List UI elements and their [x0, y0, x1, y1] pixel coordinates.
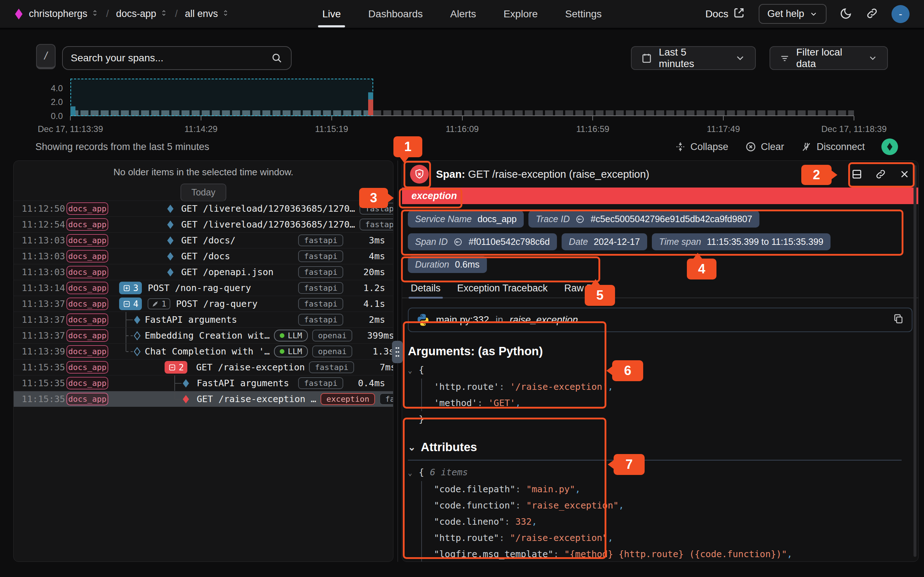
- exception-shield-icon: [410, 165, 429, 184]
- llm-dot-icon: [280, 333, 284, 338]
- table-row[interactable]: 11:13:39 docs_app Chat Completion with '…: [14, 343, 393, 359]
- tab-settings[interactable]: Settings: [565, 0, 602, 29]
- tab-alerts[interactable]: Alerts: [450, 0, 476, 29]
- top-nav: christophergs / docs-app / all envs: [0, 0, 924, 29]
- service-badge: docs_app: [66, 329, 108, 342]
- env-selector[interactable]: all envs: [185, 8, 229, 19]
- chevron-down-icon: [735, 52, 746, 64]
- table-row[interactable]: 11:13:03 docs_app GET /docs/ fastapi 3ms: [14, 232, 393, 248]
- chart-time-selection[interactable]: [70, 79, 373, 116]
- attributes-heading[interactable]: ⌄Attributes: [408, 440, 913, 454]
- chevron-down-icon: [868, 52, 878, 64]
- tab-exception-traceback[interactable]: Exception Traceback: [457, 279, 548, 298]
- share-link-icon[interactable]: [866, 7, 879, 21]
- collapse-label: Collapse: [690, 141, 729, 153]
- table-row[interactable]: 11:13:03 docs_app GET /openapi.json fast…: [14, 264, 393, 280]
- table-row[interactable]: 11:12:50 docs_app GET /livereload/127036…: [14, 200, 393, 216]
- table-row[interactable]: 11:13:37 docs_app 4 1 POST /rag-query fa…: [14, 296, 393, 311]
- today-pill[interactable]: Today: [181, 184, 226, 201]
- scrubbed-count: 1: [162, 299, 166, 308]
- tab-live[interactable]: Live: [322, 0, 341, 29]
- table-row-selected[interactable]: 11:15:35 docs_app GET /raise-exception ……: [14, 391, 393, 407]
- llm-dot-icon: [280, 349, 284, 354]
- collapse-button[interactable]: Collapse: [675, 141, 729, 153]
- framework-chip: fastapi: [380, 393, 393, 405]
- span-id-tag[interactable]: Span ID #f0110e542c798c6d: [408, 233, 557, 250]
- attributes-section: ⌄Attributes ⌄{6 items "code.filepath": "…: [408, 440, 913, 562]
- collapse-children-badge-error[interactable]: 2: [165, 361, 187, 374]
- table-row[interactable]: 11:15:35 docs_app FastAPI arguments fast…: [14, 375, 393, 391]
- collapse-children-badge[interactable]: 4: [119, 298, 142, 310]
- row-time: 11:13:14: [22, 283, 62, 293]
- expand-children-badge[interactable]: 3: [119, 282, 142, 294]
- copy-button[interactable]: [893, 313, 904, 327]
- row-time: 11:13:37: [22, 314, 62, 325]
- search-shortcut-key: /: [36, 44, 56, 69]
- live-indicator[interactable]: [881, 139, 898, 155]
- chart-plot-area[interactable]: [70, 79, 854, 116]
- link-icon: [575, 214, 585, 224]
- unfold-icon: [91, 8, 99, 19]
- panel-resize-handle[interactable]: [392, 341, 403, 363]
- span-diamond-icon: [181, 379, 190, 388]
- timeline-histogram[interactable]: 0.02.04.0 Dec 17, 11:13:3911:14:2911:15:…: [0, 76, 924, 134]
- framework-chip: fastapi: [360, 203, 393, 214]
- tab-explore[interactable]: Explore: [504, 0, 538, 29]
- project-selector[interactable]: docs-app: [116, 8, 168, 19]
- tab-raw-data[interactable]: Raw Data: [564, 279, 607, 298]
- copy-link-icon[interactable]: [875, 168, 887, 180]
- tab-details[interactable]: Details: [411, 279, 441, 298]
- span-label: Span:: [436, 168, 465, 180]
- get-help-button[interactable]: Get help: [759, 4, 827, 24]
- time-range-dropdown[interactable]: Last 5 minutes: [631, 46, 756, 70]
- table-row[interactable]: 11:15:35 docs_app 2 GET /raise-exception…: [14, 359, 393, 375]
- org-selector[interactable]: christophergs: [29, 8, 99, 19]
- close-icon[interactable]: [899, 168, 910, 180]
- search-placeholder: Search your spans...: [71, 52, 163, 64]
- date-tag: Date2024-12-17: [562, 233, 647, 250]
- x-tick-label: 11:15:19: [315, 124, 348, 134]
- source-file[interactable]: main.py:332: [436, 314, 489, 326]
- split-panel-icon[interactable]: [851, 168, 863, 180]
- docs-label: Docs: [705, 8, 729, 20]
- detail-header: Span: GET /raise-exception (raise_except…: [402, 161, 918, 187]
- child-count: 4: [133, 299, 138, 309]
- service-badge: docs_app: [66, 202, 108, 215]
- scrubbed-count-chip: 1: [148, 298, 170, 309]
- clear-button[interactable]: Clear: [745, 141, 784, 153]
- span-name: Chat Completion with '…: [145, 346, 270, 357]
- span-diamond-outline-icon: [133, 331, 142, 340]
- table-row[interactable]: 11:13:03 docs_app GET /docs fastapi 4ms: [14, 248, 393, 264]
- collapse-caret-icon[interactable]: ⌄: [408, 465, 419, 481]
- tab-dashboards[interactable]: Dashboards: [368, 0, 423, 29]
- arguments-section: Arguments: (as Python) ⌄{ 'http.route': …: [408, 344, 913, 428]
- table-row[interactable]: 11:13:14 docs_app 3 POST /non-rag-query …: [14, 280, 393, 296]
- span-diamond-icon: [166, 268, 175, 277]
- nav-tabs: Live Dashboards Alerts Explore Settings: [322, 0, 602, 29]
- x-tick-label: Dec 17, 11:13:39: [37, 124, 103, 134]
- span-name: Embedding Creation wit…: [145, 330, 270, 341]
- table-row[interactable]: 11:12:54 docs_app GET /livereload/127036…: [14, 216, 393, 232]
- filter-dropdown[interactable]: Filter local data: [769, 46, 888, 70]
- scrollbar[interactable]: [914, 165, 916, 557]
- service-badge: docs_app: [66, 218, 108, 231]
- trace-id-tag[interactable]: Trace ID #c5ec5005042796e91d5db42ca9fd98…: [528, 211, 759, 227]
- x-tick-mark: [331, 116, 332, 121]
- clear-icon: [745, 141, 756, 153]
- table-row[interactable]: 11:13:37 docs_app FastAPI arguments fast…: [14, 311, 393, 327]
- collapse-caret-icon[interactable]: ⌄: [408, 363, 419, 379]
- disconnect-button[interactable]: Disconnect: [801, 141, 865, 153]
- span-name: GET /docs: [181, 251, 230, 261]
- y-axis-labels: 0.02.04.0: [36, 79, 67, 116]
- docs-link[interactable]: Docs: [705, 6, 746, 22]
- avatar[interactable]: -: [892, 5, 909, 23]
- theme-toggle-moon-icon[interactable]: [840, 7, 853, 21]
- span-diamond-icon: [166, 236, 175, 245]
- collapse-icon: [675, 141, 686, 153]
- framework-chip: fastapi: [298, 377, 343, 389]
- llm-chip: LLM: [274, 345, 308, 357]
- search-input[interactable]: Search your spans...: [62, 46, 292, 70]
- service-badge: docs_app: [66, 393, 108, 405]
- span-diamond-icon: [166, 220, 175, 229]
- table-row[interactable]: 11:13:37 docs_app Embedding Creation wit…: [14, 327, 393, 343]
